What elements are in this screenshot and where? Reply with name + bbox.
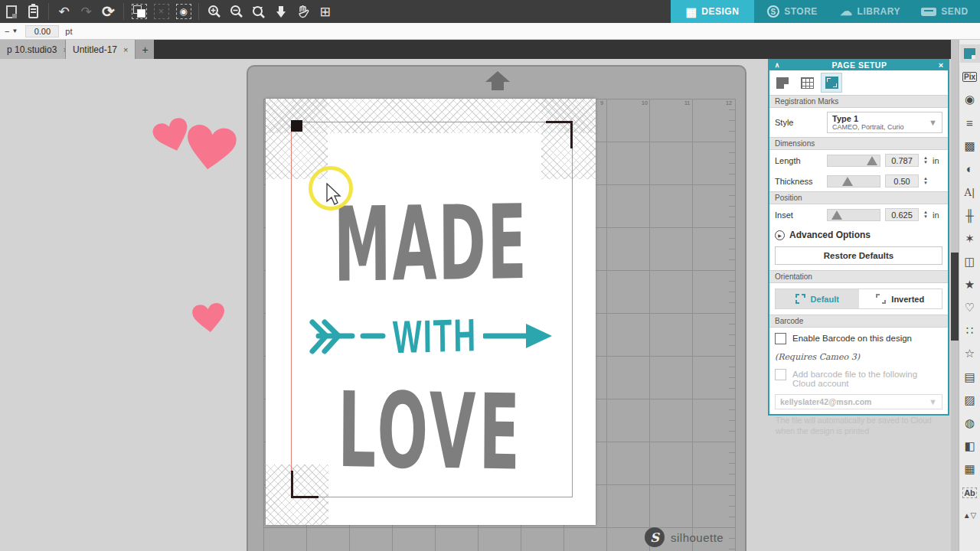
inset-slider[interactable] — [827, 209, 880, 221]
thickness-stepper[interactable]: ▲▼ — [923, 177, 928, 185]
send-machine-icon — [921, 8, 936, 16]
inset-input[interactable]: 0.625 — [885, 208, 919, 221]
close-icon[interactable]: × — [123, 45, 128, 54]
line-style-dropdown[interactable]: − ▼ — [5, 27, 18, 36]
mouse-cursor-icon — [325, 183, 342, 206]
vertical-scrollbar[interactable] — [951, 40, 959, 551]
warp-tool[interactable]: ▦ — [960, 460, 980, 478]
line-weight-input[interactable]: 0.00 — [25, 25, 59, 37]
page-setup-tool[interactable] — [960, 44, 980, 63]
inset-stepper[interactable]: ▲▼ — [923, 210, 928, 219]
tab-library[interactable]: ☁↓ LIBRARY — [831, 0, 910, 23]
pan-hand-icon[interactable] — [292, 2, 313, 21]
replicate-tool[interactable]: ◫ — [960, 253, 980, 271]
offset-tool[interactable]: ★ — [960, 276, 980, 294]
design-page[interactable]: MADE WITH — [266, 99, 596, 525]
design-text-love[interactable]: LOVE — [269, 369, 593, 494]
tab-library-label: LIBRARY — [858, 6, 900, 17]
tab-design[interactable]: ▦ DESIGN — [671, 0, 754, 23]
fill-pattern-tool[interactable]: ▩ — [960, 137, 980, 155]
glyphs-tool[interactable]: Ab — [960, 484, 980, 502]
new-document-icon[interactable] — [1, 2, 21, 21]
slider-thumb[interactable] — [831, 210, 842, 220]
orientation-default-button[interactable]: Default — [776, 289, 859, 308]
length-input[interactable]: 0.787 — [885, 154, 919, 167]
slider-thumb[interactable] — [867, 156, 877, 165]
pixscan-tool[interactable]: Pix — [960, 67, 980, 86]
thickness-input[interactable]: 0.50 — [885, 174, 919, 187]
contrast-icon: ◐ — [966, 162, 973, 175]
tab-send[interactable]: SEND — [910, 0, 980, 23]
heart-shape-small-2[interactable] — [191, 302, 227, 334]
registration-mark-top-right — [546, 121, 573, 148]
style-row: Style Type 1 CAMEO, Portrait, Curio ▼ — [769, 108, 948, 137]
image-effects-tool[interactable]: ◐ — [960, 160, 980, 178]
orientation-inverted-button[interactable]: Inverted — [859, 289, 942, 308]
text-style-icon: A| — [965, 187, 975, 198]
nesting-tool[interactable]: ▲▽ — [960, 507, 980, 525]
undo-icon[interactable]: ↶ — [54, 2, 74, 21]
options-row: − ▼ 0.00 pt — [0, 23, 980, 40]
heart-shape-large[interactable] — [183, 123, 237, 174]
clipboard-icon[interactable] — [23, 2, 44, 21]
close-panel-icon[interactable]: × — [934, 60, 948, 70]
restore-defaults-button[interactable]: Restore Defaults — [775, 246, 942, 265]
rhinestone-tool[interactable]: ◍ — [960, 414, 980, 432]
flip-pages-tool[interactable]: ◧ — [960, 437, 980, 455]
thickness-slider[interactable] — [827, 175, 880, 187]
section-position: Position — [769, 191, 948, 204]
grid-settings-tab[interactable] — [797, 73, 817, 92]
arrow-fletching-icon[interactable] — [308, 316, 387, 356]
drag-zoom-icon[interactable] — [248, 2, 269, 21]
collapse-panel-icon[interactable]: ∧ — [769, 61, 785, 69]
sketch-hatch-icon: ▨ — [964, 393, 975, 407]
silhouette-logo-icon: S — [645, 527, 665, 547]
line-style-tool[interactable]: ≡ — [960, 114, 980, 132]
offset-star-tool[interactable]: ☆ — [960, 344, 980, 363]
library-cloud-icon: ☁↓ — [840, 5, 853, 18]
fill-color-tool[interactable]: ◉ — [960, 90, 980, 109]
requires-cameo-note: (Requires Cameo 3) — [769, 347, 948, 364]
trace-tool[interactable]: ♡ — [960, 298, 980, 317]
page-settings-tab[interactable] — [773, 73, 792, 92]
zoom-in-icon[interactable] — [204, 2, 224, 21]
length-stepper[interactable]: ▲▼ — [923, 156, 928, 165]
scrollbar-thumb[interactable] — [951, 253, 959, 341]
arrow-head-icon[interactable] — [483, 321, 554, 351]
weld-tool[interactable]: ▤ — [960, 368, 980, 386]
fit-to-window-icon[interactable]: ⊞ — [315, 2, 335, 21]
document-tab-studio3[interactable]: p 10.studio3 × — [0, 40, 66, 59]
corner-marks-icon — [876, 294, 886, 304]
add-barcode-checkbox — [775, 369, 786, 380]
select-all-icon[interactable] — [129, 2, 149, 21]
zoom-selection-icon[interactable] — [270, 2, 291, 21]
stipple-tool[interactable]: ∷ — [960, 321, 980, 340]
modify-tool[interactable]: ✶ — [960, 230, 980, 248]
enable-barcode-checkbox[interactable] — [775, 333, 786, 344]
slider-thumb[interactable] — [842, 177, 853, 186]
replicate-icon: ◫ — [964, 255, 975, 269]
silhouette-studio-window: ↶ ↷ ⟳ × ◉ ⊞ ▦ DESIGN S STORE — [0, 0, 980, 551]
inset-unit: in — [933, 210, 939, 220]
document-tab-untitled[interactable]: Untitled-17 × — [66, 40, 136, 59]
transform-icon: ╫ — [965, 209, 974, 222]
registration-marks-tab[interactable] — [822, 73, 841, 92]
length-slider[interactable] — [827, 155, 880, 167]
select-by-color-icon[interactable]: ◉ — [173, 2, 194, 21]
advanced-options-toggle[interactable]: ▶ Advanced Options — [769, 225, 948, 245]
cloud-save-note: The file will automatically be saved to … — [769, 412, 948, 439]
transform-tool[interactable]: ╫ — [960, 206, 980, 224]
rhinestone-icon: ◍ — [965, 416, 975, 430]
tab-store[interactable]: S STORE — [754, 0, 831, 23]
star-outline-icon: ☆ — [965, 347, 975, 360]
style-value: Type 1 — [832, 114, 937, 123]
text-style-tool[interactable]: A| — [960, 183, 980, 201]
new-tab-button[interactable]: + — [136, 40, 154, 59]
sketch-tool[interactable]: ▨ — [960, 391, 980, 409]
design-text-with[interactable]: WITH — [393, 309, 478, 363]
chevron-down-icon: ▼ — [929, 118, 937, 127]
refresh-icon[interactable]: ⟳ — [98, 2, 119, 21]
modify-icon: ✶ — [965, 232, 975, 246]
style-dropdown[interactable]: Type 1 CAMEO, Portrait, Curio ▼ — [827, 112, 942, 133]
zoom-out-icon[interactable] — [226, 2, 247, 21]
